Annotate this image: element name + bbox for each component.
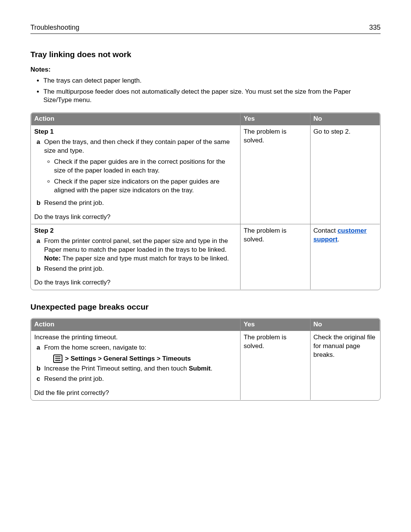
step-question: Do the trays link correctly? bbox=[34, 278, 237, 287]
menu-icon bbox=[53, 355, 62, 363]
table-row: Increase the printing timeout. a From th… bbox=[31, 331, 380, 400]
step-b: Resend the print job. bbox=[44, 199, 237, 208]
page-header: Troubleshooting 335 bbox=[30, 23, 381, 34]
section-heading: Unexpected page breaks occur bbox=[30, 302, 381, 312]
page-number: 335 bbox=[369, 23, 381, 32]
step-a: From the home screen, navigate to: bbox=[44, 343, 237, 352]
action-cell: Step 2 a From the printer control panel,… bbox=[31, 224, 241, 290]
no-cell: Contact customer support. bbox=[310, 224, 380, 290]
step-label: Step 1 bbox=[34, 128, 237, 136]
col-action: Action bbox=[31, 113, 241, 125]
step-question: Did the file print correctly? bbox=[34, 389, 237, 398]
step-b: Increase the Print Timeout setting, and … bbox=[44, 364, 237, 373]
inline-note: Note: The paper size and type must match… bbox=[44, 254, 237, 263]
intro-text: Increase the printing timeout. bbox=[34, 333, 237, 342]
step-c: Resend the print job. bbox=[44, 375, 237, 383]
step-label: Step 2 bbox=[34, 227, 237, 235]
yes-cell: The problem is solved. bbox=[241, 331, 310, 400]
action-cell: Step 1 a Open the trays, and then check … bbox=[31, 125, 241, 224]
step-a: From the printer control panel, set the … bbox=[44, 237, 237, 254]
note-item: The trays can detect paper length. bbox=[43, 77, 381, 85]
col-no: No bbox=[310, 318, 380, 331]
sub-bullet: Check if the paper guides are in the cor… bbox=[54, 158, 237, 175]
step-b: Resend the print job. bbox=[44, 265, 237, 273]
step-a: Open the trays, and then check if they c… bbox=[44, 138, 230, 154]
no-cell: Check the original file for manual page … bbox=[310, 331, 380, 400]
col-yes: Yes bbox=[241, 113, 310, 125]
no-cell: Go to step 2. bbox=[310, 125, 380, 224]
yes-cell: The problem is solved. bbox=[241, 125, 310, 224]
table-row: Step 1 a Open the trays, and then check … bbox=[31, 125, 380, 224]
table-row: Step 2 a From the printer control panel,… bbox=[31, 224, 380, 290]
troubleshoot-table-1: Action Yes No Step 1 a Open the trays, a… bbox=[30, 112, 381, 290]
col-no: No bbox=[310, 113, 380, 125]
action-cell: Increase the printing timeout. a From th… bbox=[31, 331, 241, 400]
section-name: Troubleshooting bbox=[30, 23, 79, 32]
sub-bullet: Check if the paper size indicators on th… bbox=[54, 177, 237, 195]
notes-list: The trays can detect paper length. The m… bbox=[30, 77, 381, 105]
table-header-row: Action Yes No bbox=[31, 113, 380, 125]
col-action: Action bbox=[31, 318, 241, 331]
yes-cell: The problem is solved. bbox=[241, 224, 310, 290]
table-header-row: Action Yes No bbox=[31, 318, 380, 331]
nav-path: > Settings > General Settings > Timeouts bbox=[65, 355, 191, 362]
col-yes: Yes bbox=[241, 318, 310, 331]
note-item: The multipurpose feeder does not automat… bbox=[43, 88, 381, 105]
step-question: Do the trays link correctly? bbox=[34, 213, 237, 222]
section-heading: Tray linking does not work bbox=[30, 49, 381, 60]
troubleshoot-table-2: Action Yes No Increase the printing time… bbox=[30, 318, 381, 401]
notes-label: Notes: bbox=[30, 66, 381, 74]
